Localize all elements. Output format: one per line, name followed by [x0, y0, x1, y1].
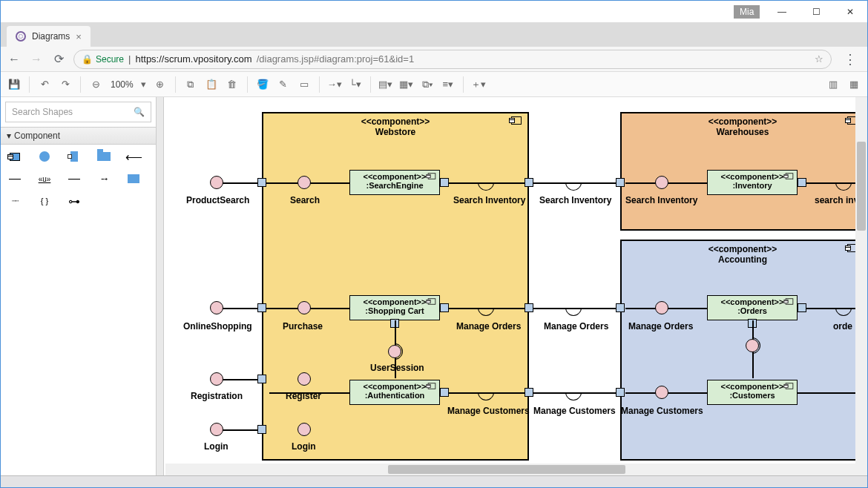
zoom-dropdown-icon[interactable]: ▾ [139, 76, 148, 93]
port[interactable] [616, 388, 625, 397]
comp-customers[interactable]: <<component>>:Customers [707, 380, 798, 405]
canvas-gutter [157, 97, 164, 475]
minimize-button[interactable]: ― [765, 1, 799, 23]
lbl-manage-cust2: Manage Customers [533, 406, 616, 416]
palette-line-icon[interactable]: ― [7, 173, 23, 185]
port[interactable] [440, 178, 449, 187]
layout-split-icon[interactable]: ▦ [845, 76, 863, 93]
port[interactable] [440, 303, 449, 312]
comp-orders[interactable]: <<component>>:Orders [707, 295, 798, 320]
align-icon[interactable]: ▤▾ [377, 76, 395, 93]
palette-assoc-icon[interactable]: ― [66, 173, 82, 185]
bookmark-star-icon[interactable]: ☆ [815, 53, 823, 65]
port[interactable] [525, 388, 533, 397]
zoom-level[interactable]: 100% [108, 79, 137, 90]
interface-ball[interactable] [746, 339, 759, 352]
comp-shopping-cart[interactable]: <<component>>:Shopping Cart [349, 295, 440, 320]
palette-dependency-icon[interactable]: ⤍ [96, 173, 112, 185]
port[interactable] [257, 178, 266, 187]
palette-header[interactable]: ▾ Component [1, 127, 156, 145]
copy-icon[interactable]: ⧉ [182, 76, 200, 93]
lbl-search: Search [290, 195, 320, 205]
zoom-in-icon[interactable]: ⊕ [151, 76, 169, 93]
port[interactable] [257, 303, 266, 312]
port[interactable] [257, 425, 266, 434]
interface-ball[interactable] [297, 423, 311, 436]
interface-ball[interactable] [210, 176, 223, 189]
back-icon[interactable]: ← [7, 53, 22, 66]
container-accounting[interactable]: <<component>>Accounting [620, 240, 865, 461]
port[interactable] [798, 303, 806, 312]
required-socket[interactable] [562, 171, 585, 194]
component-icon [427, 172, 437, 182]
interface-ball[interactable] [388, 345, 401, 358]
interface-ball[interactable] [655, 176, 668, 189]
interface-ball[interactable] [655, 301, 668, 314]
layout-panel-icon[interactable]: ▥ [824, 76, 842, 93]
interface-ball[interactable] [210, 372, 223, 386]
port[interactable] [440, 388, 449, 397]
undo-icon[interactable]: ↶ [36, 76, 53, 93]
interface-ball[interactable] [655, 386, 668, 399]
secure-label: Secure [96, 54, 124, 65]
fill-icon[interactable]: 🪣 [254, 76, 272, 93]
connector-style-icon[interactable]: →▾ [326, 76, 343, 93]
interface-ball[interactable] [210, 423, 223, 436]
comp-authentication[interactable]: <<component>>:Authentication [349, 380, 440, 405]
save-icon[interactable]: 💾 [5, 76, 23, 93]
maximize-button[interactable]: ☐ [799, 1, 833, 23]
line-style-icon[interactable]: └▾ [346, 76, 364, 93]
comp-inventory[interactable]: <<component>>:Inventory [707, 170, 798, 195]
port[interactable] [616, 303, 625, 312]
required-socket[interactable] [562, 296, 585, 319]
browser-menu-icon[interactable]: ⋮ [839, 51, 861, 67]
horizontal-scroll-thumb[interactable] [388, 465, 625, 474]
interface-ball[interactable] [297, 372, 311, 386]
palette-constraint-icon[interactable]: { } [36, 195, 53, 207]
palette-port-icon[interactable] [66, 151, 82, 162]
palette-dashline-icon[interactable]: ┄┄ [7, 195, 23, 207]
browser-tab[interactable]: Diagrams × [7, 26, 91, 47]
vertical-scroll-thumb[interactable] [857, 142, 866, 231]
interface-ball[interactable] [210, 301, 223, 314]
delete-icon[interactable]: 🗑 [223, 76, 241, 93]
interface-ball[interactable] [297, 301, 311, 314]
collapse-icon: ▾ [7, 131, 11, 141]
group-icon[interactable]: ⧉▾ [418, 76, 436, 93]
add-icon[interactable]: ＋▾ [470, 76, 487, 93]
port[interactable] [525, 178, 533, 187]
stroke-icon[interactable]: ✎ [274, 76, 292, 93]
interface-ball[interactable] [297, 176, 311, 189]
shape-icon[interactable]: ▭ [295, 76, 313, 93]
horizontal-scrollbar[interactable] [165, 464, 855, 475]
palette-lollipop-icon[interactable]: ⊶ [66, 195, 82, 207]
distribute-icon[interactable]: ▦▾ [398, 76, 415, 93]
port[interactable] [616, 178, 625, 187]
reload-icon[interactable]: ⟳ [51, 52, 66, 66]
search-shapes-input[interactable]: Search Shapes 🔍 [5, 102, 151, 122]
lbl-search-inv3: Search Inventory [625, 195, 697, 205]
vertical-scrollbar[interactable] [855, 97, 867, 475]
port[interactable] [798, 178, 806, 187]
close-button[interactable]: ✕ [833, 1, 867, 23]
palette-note-icon[interactable] [125, 173, 142, 185]
port[interactable] [525, 303, 533, 312]
order-icon[interactable]: ≡▾ [439, 76, 457, 93]
port[interactable] [257, 375, 266, 383]
lbl-orders-short: orde [833, 321, 852, 332]
tab-close-icon[interactable]: × [76, 31, 82, 42]
browser-tabstrip: Diagrams × [1, 23, 867, 47]
comp-search-engine[interactable]: <<component>>:SearchEngine [349, 170, 440, 195]
palette-component-icon[interactable] [7, 151, 23, 162]
palette-instance-icon[interactable]: «u» [36, 173, 53, 185]
palette-interface-icon[interactable] [36, 151, 53, 162]
address-bar[interactable]: 🔒 Secure | https://scrum.vpository.com/d… [73, 50, 832, 69]
paste-icon[interactable]: 📋 [203, 76, 220, 93]
diagram-canvas[interactable]: <<component>>Webstore <<component>>Wareh… [157, 97, 867, 475]
search-placeholder: Search Shapes [12, 107, 73, 117]
palette-package-icon[interactable] [96, 151, 112, 162]
palette-required-icon[interactable]: ⟵ [125, 151, 142, 162]
zoom-out-icon[interactable]: ⊖ [87, 76, 105, 93]
required-socket[interactable] [562, 380, 585, 403]
redo-icon[interactable]: ↷ [56, 76, 74, 93]
